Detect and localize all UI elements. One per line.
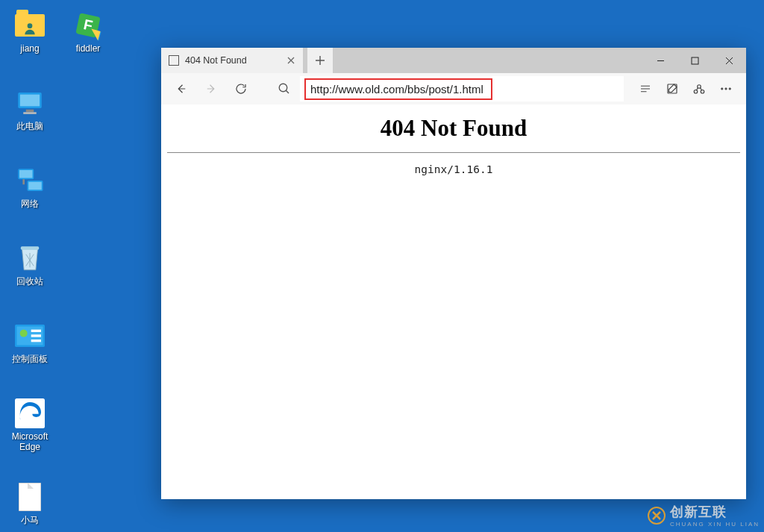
svg-rect-8 (28, 182, 42, 190)
svg-rect-10 (21, 246, 40, 249)
desktop-icon-edge[interactable]: Microsoft Edge (1, 397, 58, 453)
svg-point-29 (729, 88, 730, 90)
new-tab-button[interactable] (307, 48, 333, 73)
desktop-icon-label: 网络 (21, 198, 39, 209)
browser-window: 404 Not Found (161, 48, 746, 499)
svg-rect-9 (22, 179, 25, 184)
file-icon (13, 481, 46, 513)
watermark-logo-icon (648, 507, 666, 525)
refresh-button[interactable] (228, 76, 254, 101)
svg-rect-21 (692, 57, 698, 64)
svg-rect-15 (31, 334, 41, 337)
address-bar[interactable]: http://www.old.com/bbs/post/1.html (300, 76, 624, 101)
share-button[interactable] (686, 76, 712, 101)
svg-rect-16 (31, 339, 41, 342)
back-button[interactable] (169, 76, 194, 101)
svg-rect-4 (23, 112, 37, 114)
svg-point-27 (721, 88, 723, 90)
desktop-icon-fiddler[interactable]: F fiddler (60, 9, 116, 54)
watermark: 创新互联 CHUANG XIN HU LIAN (648, 503, 760, 528)
more-button[interactable] (713, 76, 739, 101)
computer-icon (13, 87, 46, 119)
tab-close-button[interactable] (285, 54, 297, 66)
desktop-icon-label: 控制面板 (12, 354, 48, 364)
reading-view-button[interactable] (633, 76, 658, 101)
desktop-icon-network[interactable]: 网络 (1, 164, 58, 209)
page-content: 404 Not Found nginx/1.16.1 (161, 104, 746, 499)
server-info: nginx/1.16.1 (167, 163, 740, 175)
desktop-icon-jiang[interactable]: jiang (1, 9, 58, 54)
desktop-icon-label: 此电脑 (16, 121, 43, 131)
tab-title: 404 Not Found (185, 55, 279, 66)
watermark-text: 创新互联 (670, 504, 727, 519)
tab-favicon-icon (169, 55, 179, 66)
window-minimize-button[interactable] (643, 48, 677, 73)
browser-toolbar: http://www.old.com/bbs/post/1.html (161, 73, 746, 104)
svg-point-26 (701, 90, 704, 94)
svg-point-28 (725, 88, 727, 90)
svg-rect-2 (20, 95, 40, 107)
svg-rect-6 (19, 170, 33, 178)
browser-tab[interactable]: 404 Not Found (161, 48, 303, 73)
edge-icon (13, 397, 46, 430)
divider (167, 152, 740, 153)
svg-rect-14 (31, 330, 41, 332)
desktop-icon-recycle-bin[interactable]: 回收站 (1, 242, 58, 287)
window-maximize-button[interactable] (677, 48, 712, 73)
window-close-button[interactable] (712, 48, 746, 73)
desktop-icon-label: Microsoft Edge (1, 431, 58, 453)
notes-button[interactable] (660, 76, 685, 101)
search-icon[interactable] (273, 82, 295, 96)
url-text[interactable]: http://www.old.com/bbs/post/1.html (304, 78, 492, 100)
desktop-icon-label: 小马 (21, 515, 39, 525)
svg-rect-3 (26, 110, 34, 113)
watermark-subtext: CHUANG XIN HU LIAN (670, 521, 760, 528)
desktop-icon-xiaoma[interactable]: 小马 (1, 481, 58, 525)
svg-point-13 (20, 330, 28, 337)
desktop-icon-this-pc[interactable]: 此电脑 (1, 87, 58, 131)
tab-bar: 404 Not Found (161, 48, 746, 73)
folder-icon (13, 9, 46, 42)
svg-point-22 (279, 84, 287, 92)
error-heading: 404 Not Found (167, 115, 740, 142)
recycle-bin-icon (13, 242, 46, 275)
desktop-icon-label: jiang (20, 43, 39, 54)
desktop-icon-control-panel[interactable]: 控制面板 (1, 319, 58, 364)
network-icon (13, 164, 46, 197)
svg-point-0 (28, 23, 33, 28)
desktop-icon-label: 回收站 (16, 276, 43, 287)
forward-button[interactable] (198, 76, 224, 101)
desktop-icon-label: fiddler (76, 43, 101, 54)
fiddler-icon: F (72, 9, 104, 42)
svg-point-25 (694, 90, 698, 94)
control-panel-icon (13, 319, 46, 352)
